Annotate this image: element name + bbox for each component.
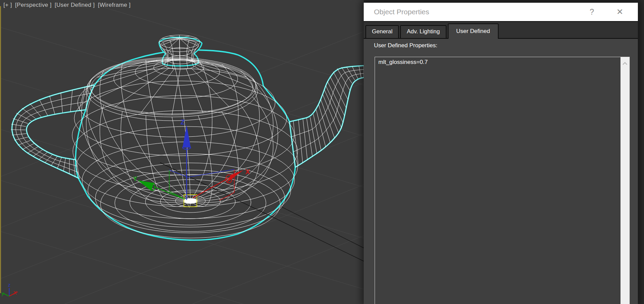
tab-adv-lighting[interactable]: Adv. Lighting: [400, 25, 446, 38]
tripod-y-label: y: [1, 290, 4, 296]
dialog-title: Object Properties: [374, 3, 429, 21]
gizmo-z-label[interactable]: Z: [180, 118, 185, 126]
viewport-3d[interactable]: Z X Y z y X [+ ][Perspective ][User Defi…: [0, 0, 364, 304]
viewport-menu-shading[interactable]: [Wireframe ]: [98, 2, 130, 8]
user-defined-properties-text[interactable]: mlt_glossiness=0.7: [375, 57, 629, 67]
help-button[interactable]: ?: [586, 3, 598, 21]
screenshot-root: Z X Y z y X [+ ][Perspective ][User Defi…: [0, 0, 644, 304]
viewport-menu-pov[interactable]: [Perspective ]: [15, 2, 51, 8]
tripod-z-label: z: [8, 282, 11, 288]
dialog-tabstrip: General Adv. Lighting User Defined: [364, 22, 638, 38]
gizmo-x-label[interactable]: X: [245, 168, 250, 175]
user-defined-tab-page: User Defined Properties: mlt_glossiness=…: [364, 38, 638, 304]
dialog-titlebar[interactable]: Object Properties ? ✕: [364, 3, 638, 21]
viewport-label: [+ ][Perspective ][User Defined ][Wirefr…: [3, 2, 134, 9]
tripod-x-label: X: [13, 290, 17, 295]
close-button[interactable]: ✕: [612, 3, 627, 21]
active-viewport-border: [0, 6, 1, 293]
viewport-menu-user-defined[interactable]: [User Defined ]: [55, 2, 95, 8]
tab-general[interactable]: General: [365, 25, 399, 38]
object-properties-dialog: Object Properties ? ✕ General Adv. Light…: [364, 3, 638, 304]
textarea-scrollbar[interactable]: [621, 57, 629, 304]
tab-user-defined[interactable]: User Defined: [448, 23, 499, 39]
user-defined-properties-label: User Defined Properties:: [374, 42, 437, 49]
scroll-up-icon[interactable]: [622, 62, 628, 65]
viewport-menu-general[interactable]: [+ ]: [3, 2, 12, 8]
gizmo-y-label[interactable]: Y: [133, 175, 137, 182]
viewport-canvas[interactable]: Z X Y z y X: [0, 0, 364, 304]
user-defined-properties-textarea[interactable]: mlt_glossiness=0.7: [375, 57, 630, 304]
